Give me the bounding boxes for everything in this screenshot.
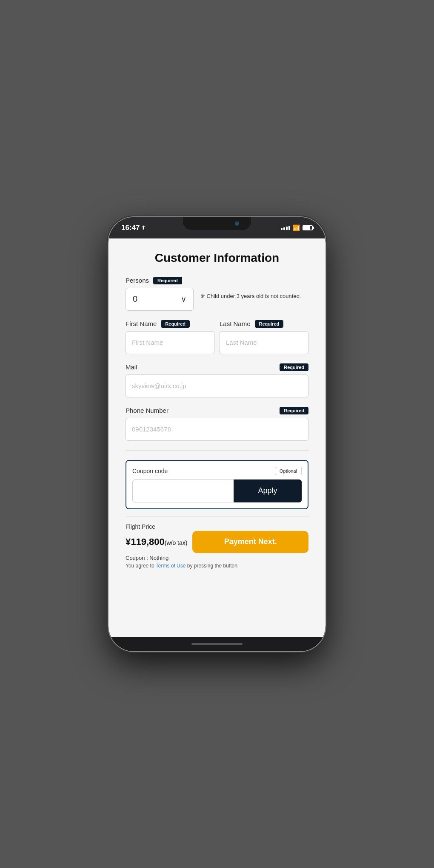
chevron-down-icon: ∨: [181, 295, 186, 304]
terms-text-before: You agree to: [126, 563, 156, 569]
status-time: 16:47 ⬆: [121, 224, 146, 232]
last-name-label-row: Last Name Required: [220, 320, 308, 328]
content-area: Customer Information Persons Required 0 …: [108, 238, 326, 637]
signal-bar-2: [283, 227, 285, 230]
signal-bar-3: [286, 227, 288, 230]
first-name-required-badge: Required: [161, 320, 190, 328]
first-name-field: First Name Required: [126, 320, 214, 354]
screen: 16:47 ⬆ 📶 Customer Information: [108, 217, 326, 651]
battery-icon: [303, 225, 313, 230]
price-row: ¥119,800(w/o tax) Payment Next.: [126, 531, 308, 553]
first-name-input[interactable]: [126, 331, 214, 354]
mail-field-group: Mail Required: [126, 363, 308, 397]
location-icon: ⬆: [141, 225, 146, 231]
phone-label: Phone Number: [126, 407, 168, 414]
persons-section: Persons Required 0 ∨ ※ Child under 3 yea…: [126, 277, 308, 311]
mail-required-badge: Required: [280, 363, 308, 371]
last-name-label: Last Name: [220, 320, 251, 327]
home-indicator: [108, 637, 326, 651]
mail-label: Mail: [126, 363, 137, 371]
persons-dropdown[interactable]: 0 ∨: [126, 288, 194, 311]
mail-input[interactable]: [126, 374, 308, 397]
payment-next-button[interactable]: Payment Next.: [192, 531, 308, 553]
child-note: ※ Child under 3 years old is not counted…: [200, 277, 308, 301]
terms-text: You agree to Terms of Use by pressing th…: [126, 563, 308, 569]
bottom-divider: [126, 516, 308, 516]
wifi-icon: 📶: [293, 224, 300, 231]
persons-required-badge: Required: [153, 277, 182, 284]
coupon-section: Coupon code Optional Apply: [126, 460, 308, 509]
persons-left: Persons Required 0 ∨: [126, 277, 194, 311]
flight-price-label: Flight Price: [126, 523, 308, 530]
price-display: ¥119,800(w/o tax): [126, 536, 187, 547]
coupon-input[interactable]: [132, 479, 234, 502]
section-divider: [126, 450, 308, 451]
notch-camera: [235, 221, 239, 226]
phone-field-group: Phone Number Required: [126, 407, 308, 441]
coupon-input-row: Apply: [132, 479, 302, 502]
status-icons: 📶: [281, 224, 313, 231]
persons-label-row: Persons Required: [126, 277, 194, 284]
phone-frame: 16:47 ⬆ 📶 Customer Information: [108, 217, 326, 651]
coupon-optional-badge: Optional: [275, 467, 302, 475]
page-title: Customer Information: [126, 251, 308, 265]
signal-bar-1: [281, 228, 283, 230]
notch: [183, 217, 251, 230]
coupon-label: Coupon code: [132, 468, 168, 474]
footer-section: Flight Price ¥119,800(w/o tax) Payment N…: [126, 523, 308, 573]
name-row: First Name Required Last Name Required: [126, 320, 308, 354]
home-bar: [191, 643, 243, 645]
persons-value: 0: [133, 294, 137, 304]
mail-label-row: Mail Required: [126, 363, 308, 371]
coupon-info: Coupon : Nothing: [126, 555, 308, 561]
price-value: ¥119,800: [126, 536, 165, 547]
phone-label-row: Phone Number Required: [126, 407, 308, 414]
first-name-label: First Name: [126, 320, 157, 327]
battery-fill: [303, 226, 310, 230]
first-name-label-row: First Name Required: [126, 320, 214, 328]
signal-bars-icon: [281, 226, 290, 230]
signal-bar-4: [288, 226, 290, 230]
last-name-required-badge: Required: [255, 320, 284, 328]
last-name-input[interactable]: [220, 331, 308, 354]
phone-required-badge: Required: [280, 407, 308, 414]
last-name-field: Last Name Required: [220, 320, 308, 354]
apply-button[interactable]: Apply: [234, 479, 302, 502]
coupon-label-row: Coupon code Optional: [132, 467, 302, 475]
persons-label: Persons: [126, 277, 149, 284]
terms-text-after: by pressing the button.: [187, 563, 239, 569]
time-display: 16:47: [121, 224, 140, 232]
phone-input[interactable]: [126, 418, 308, 441]
terms-of-use-link[interactable]: Terms of Use: [156, 563, 186, 569]
price-amount: ¥119,800(w/o tax): [126, 536, 187, 547]
price-suffix: (w/o tax): [165, 539, 188, 546]
